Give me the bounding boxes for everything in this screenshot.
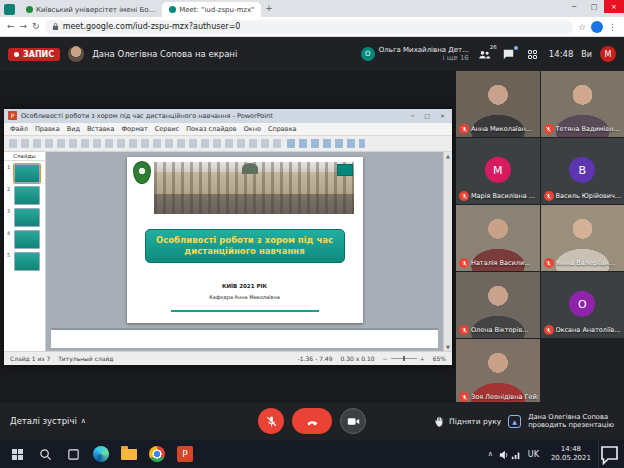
- ppt-toolbar-icons-2[interactable]: [287, 139, 366, 148]
- action-center-button[interactable]: [598, 440, 620, 468]
- ppt-notes-pane[interactable]: [51, 328, 438, 348]
- ppt-menu-item[interactable]: Справка: [268, 125, 297, 133]
- zoom-slider[interactable]: −+: [383, 355, 425, 362]
- participant-tile[interactable]: Тетяна Вадимівн...: [541, 71, 624, 137]
- taskbar-app-explorer[interactable]: [116, 440, 142, 468]
- window-close-button[interactable]: ×: [604, 0, 624, 13]
- ppt-menu-item[interactable]: Правка: [35, 125, 60, 133]
- ppt-title-bar[interactable]: P Особливості роботи з хором під час дис…: [4, 109, 452, 123]
- chat-notification-dot: [514, 46, 518, 50]
- slide-thumbnail[interactable]: 5: [7, 252, 43, 271]
- layout-grid-icon: [528, 50, 537, 59]
- ppt-toolbar[interactable]: [4, 136, 452, 152]
- raise-hand-button[interactable]: Підняти руку: [434, 416, 501, 427]
- slide-thumbnail[interactable]: 4: [7, 230, 43, 249]
- participant-name: Олена Вікторів...: [471, 326, 528, 334]
- participant-tile[interactable]: М Марія Василівна ...: [456, 138, 540, 204]
- taskbar-search-button[interactable]: [32, 440, 58, 468]
- slide-thumbnail[interactable]: 2: [7, 186, 43, 205]
- taskbar-app-edge[interactable]: [88, 440, 114, 468]
- mic-muted-icon: [544, 258, 554, 268]
- participant-tile[interactable]: Олена Вікторів...: [456, 272, 540, 338]
- participants-preview[interactable]: О Ольга Михайлівна Дет... і ще 16: [361, 46, 469, 62]
- tab-favicon: [169, 6, 176, 13]
- slide-thumbnail[interactable]: 3: [7, 208, 43, 227]
- new-tab-button[interactable]: +: [261, 3, 279, 15]
- participant-avatar: М: [485, 157, 511, 183]
- network-icon[interactable]: [511, 445, 521, 464]
- browser-tabstrip: Київський універсітет імені Бо... Meet: …: [0, 0, 624, 17]
- chevron-up-icon: ∧: [81, 417, 86, 425]
- slide-thumbnail[interactable]: 1: [7, 164, 43, 183]
- participant-name: Марія Василівна ...: [471, 192, 535, 200]
- start-button[interactable]: [4, 440, 30, 468]
- browser-tab[interactable]: Київський універсітет імені Бо...: [19, 2, 162, 17]
- ppt-close-button[interactable]: ×: [437, 112, 448, 119]
- meeting-details-button[interactable]: Деталі зустрічі ∧: [10, 416, 86, 426]
- tab-title: Київський універсітет імені Бо...: [36, 6, 155, 14]
- participant-name-row: Олена Вікторів...: [459, 325, 538, 335]
- task-view-button[interactable]: [60, 440, 86, 468]
- back-icon[interactable]: ←: [7, 22, 15, 31]
- ppt-menu-item[interactable]: Показ слайдов: [186, 125, 237, 133]
- meet-clock: 14:48: [549, 49, 574, 59]
- volume-icon[interactable]: [499, 445, 509, 464]
- ppt-menu-item[interactable]: Формат: [121, 125, 147, 133]
- participant-name-row: Марія Василівна ...: [459, 191, 538, 201]
- tab-actions-icon[interactable]: [4, 4, 15, 15]
- bookmark-star-icon[interactable]: ☆: [578, 22, 586, 32]
- url-input[interactable]: meet.google.com/iud-zspu-mzx?authuser=0: [45, 20, 573, 34]
- camera-toggle-button[interactable]: [340, 408, 366, 434]
- browser-menu-icon[interactable]: ⋮: [608, 22, 617, 32]
- slides-panel-label[interactable]: Слайды: [4, 152, 45, 161]
- hang-up-button[interactable]: [292, 408, 332, 434]
- taskbar-date: 20.05.2021: [551, 454, 591, 463]
- window-maximize-button[interactable]: □: [584, 0, 604, 13]
- presenting-icon[interactable]: ▲: [508, 415, 521, 428]
- ppt-vertical-scrollbar[interactable]: ▲ ▼: [443, 152, 452, 351]
- participant-tile[interactable]: О Оксана Анатоліїв...: [541, 272, 624, 338]
- participant-tile[interactable]: Анна Миколаївн...: [456, 71, 540, 137]
- participant-tile[interactable]: В Василь Юрійович...: [541, 138, 624, 204]
- ppt-maximize-button[interactable]: □: [421, 112, 433, 119]
- ppt-menu-item[interactable]: Сервис: [155, 125, 179, 133]
- thumb-number: 1: [7, 164, 12, 170]
- layout-button[interactable]: [525, 47, 541, 61]
- window-minimize-button[interactable]: ─: [564, 0, 584, 13]
- ppt-minimize-button[interactable]: ─: [408, 112, 418, 119]
- scroll-up-icon[interactable]: ▲: [446, 153, 450, 159]
- participant-tile[interactable]: Яніна Валеріївн...: [541, 205, 624, 271]
- language-indicator[interactable]: UK: [523, 450, 544, 459]
- ppt-menu-item[interactable]: Файл: [10, 125, 28, 133]
- ppt-toolbar-icons[interactable]: [9, 139, 281, 148]
- tray-expand-icon[interactable]: ∧: [484, 450, 497, 458]
- browser-tab[interactable]: Meet: "iud-zspu-mzx": [162, 2, 261, 17]
- ppt-editor[interactable]: Особливості роботи з хором під час диста…: [46, 152, 443, 328]
- notification-icon: [599, 444, 620, 465]
- current-slide[interactable]: Особливості роботи з хором під час диста…: [127, 157, 363, 323]
- ppt-menu-item[interactable]: Вставка: [87, 125, 115, 133]
- reload-icon[interactable]: ↻: [32, 22, 40, 31]
- participants-count: 26: [490, 44, 497, 50]
- ppt-menu-bar: ФайлПравкаВидВставкаФорматСервисПоказ сл…: [4, 123, 452, 136]
- slide-thumbnails: 1 2 3: [4, 161, 45, 271]
- ppt-menu-item[interactable]: Вид: [67, 125, 80, 133]
- desktop: Київський універсітет імені Бо... Meet: …: [0, 0, 624, 468]
- slide-title-banner: Особливості роботи з хором під час диста…: [145, 229, 345, 263]
- mic-toggle-button[interactable]: [258, 408, 284, 434]
- record-dot-icon: [14, 52, 19, 57]
- taskbar-clock[interactable]: 14:48 20.05.2021: [546, 445, 596, 463]
- participant-tile[interactable]: Наталія Васили...: [456, 205, 540, 271]
- browser-profile-avatar[interactable]: [591, 21, 603, 33]
- forward-icon[interactable]: →: [20, 22, 28, 31]
- participants-button[interactable]: 26: [477, 47, 493, 61]
- thumb-number: 4: [7, 230, 12, 236]
- participant-tile[interactable]: Зоя Леонідівна Гейхман: [456, 339, 540, 402]
- taskbar-app-chrome[interactable]: [144, 440, 170, 468]
- ppt-menu-item[interactable]: Окно: [244, 125, 261, 133]
- taskbar-app-powerpoint[interactable]: P: [172, 440, 198, 468]
- you-avatar[interactable]: М: [600, 46, 616, 62]
- thumb-preview: [14, 252, 40, 271]
- scroll-down-icon[interactable]: ▼: [446, 344, 450, 350]
- chat-button[interactable]: [501, 47, 517, 61]
